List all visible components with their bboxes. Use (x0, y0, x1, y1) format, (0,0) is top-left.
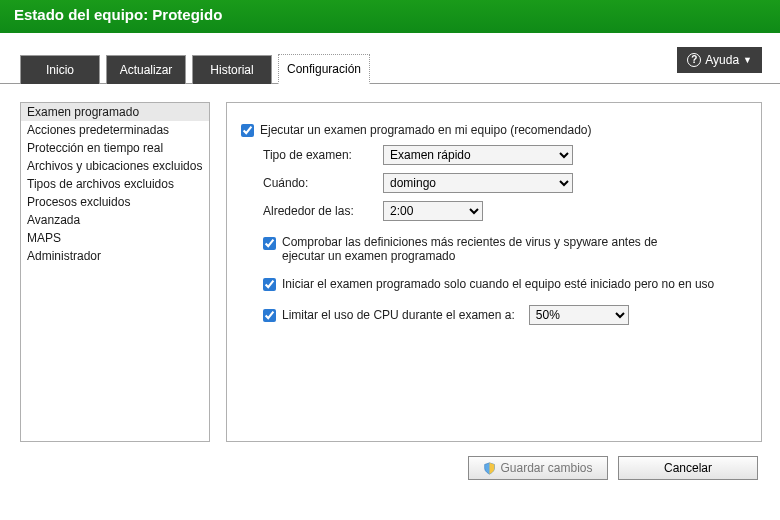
select-scan-type[interactable]: Examen rápido (383, 145, 573, 165)
sidebar-item[interactable]: Examen programado (21, 103, 209, 121)
tab-actualizar[interactable]: Actualizar (106, 55, 186, 84)
footer-buttons: Guardar cambios Cancelar (0, 452, 780, 480)
label-around: Alrededor de las: (263, 204, 383, 218)
label-start-idle: Iniciar el examen programado solo cuando… (282, 277, 714, 291)
help-area: ? Ayuda ▼ (677, 47, 762, 79)
sidebar-item[interactable]: Avanzada (21, 211, 209, 229)
sidebar-item[interactable]: Tipos de archivos excluidos (21, 175, 209, 193)
help-button[interactable]: ? Ayuda ▼ (677, 47, 762, 73)
help-label: Ayuda (705, 53, 739, 67)
label-limit-cpu: Limitar el uso de CPU durante el examen … (282, 308, 515, 322)
row-around: Alrededor de las: 2:00 (263, 201, 747, 221)
save-label: Guardar cambios (500, 461, 592, 475)
save-button[interactable]: Guardar cambios (468, 456, 608, 480)
content-area: Examen programadoAcciones predeterminada… (0, 84, 780, 452)
sidebar-item[interactable]: Archivos y ubicaciones excluidos (21, 157, 209, 175)
tab-bar: Inicio Actualizar Historial Configuració… (0, 33, 780, 84)
checkbox-check-defs[interactable] (263, 237, 276, 250)
row-when: Cuándo: domingo (263, 173, 747, 193)
settings-pane: Ejecutar un examen programado en mi equi… (226, 102, 762, 442)
sidebar-item[interactable]: Procesos excluidos (21, 193, 209, 211)
status-text: Estado del equipo: Protegido (14, 6, 222, 23)
label-check-defs: Comprobar las definiciones más recientes… (282, 235, 702, 263)
tab-historial[interactable]: Historial (192, 55, 272, 84)
sidebar-item[interactable]: Acciones predeterminadas (21, 121, 209, 139)
help-icon: ? (687, 53, 701, 67)
status-header: Estado del equipo: Protegido (0, 0, 780, 33)
cancel-label: Cancelar (664, 461, 712, 475)
row-run-scheduled: Ejecutar un examen programado en mi equi… (241, 123, 747, 137)
settings-sidebar[interactable]: Examen programadoAcciones predeterminada… (20, 102, 210, 442)
chevron-down-icon: ▼ (743, 55, 752, 65)
tab-inicio[interactable]: Inicio (20, 55, 100, 84)
row-scan-type: Tipo de examen: Examen rápido (263, 145, 747, 165)
row-limit-cpu: Limitar el uso de CPU durante el examen … (263, 305, 747, 325)
shield-icon (483, 462, 496, 475)
sidebar-item[interactable]: MAPS (21, 229, 209, 247)
sidebar-item[interactable]: Protección en tiempo real (21, 139, 209, 157)
label-when: Cuándo: (263, 176, 383, 190)
checkbox-run-scheduled[interactable] (241, 124, 254, 137)
row-start-idle: Iniciar el examen programado solo cuando… (263, 277, 747, 291)
checkbox-start-idle[interactable] (263, 278, 276, 291)
tab-configuracion[interactable]: Configuración (278, 54, 370, 84)
select-cpu[interactable]: 50% (529, 305, 629, 325)
checkbox-limit-cpu[interactable] (263, 309, 276, 322)
label-scan-type: Tipo de examen: (263, 148, 383, 162)
select-when[interactable]: domingo (383, 173, 573, 193)
select-around[interactable]: 2:00 (383, 201, 483, 221)
label-run-scheduled: Ejecutar un examen programado en mi equi… (260, 123, 592, 137)
row-check-defs: Comprobar las definiciones más recientes… (263, 235, 747, 263)
cancel-button[interactable]: Cancelar (618, 456, 758, 480)
sidebar-item[interactable]: Administrador (21, 247, 209, 265)
